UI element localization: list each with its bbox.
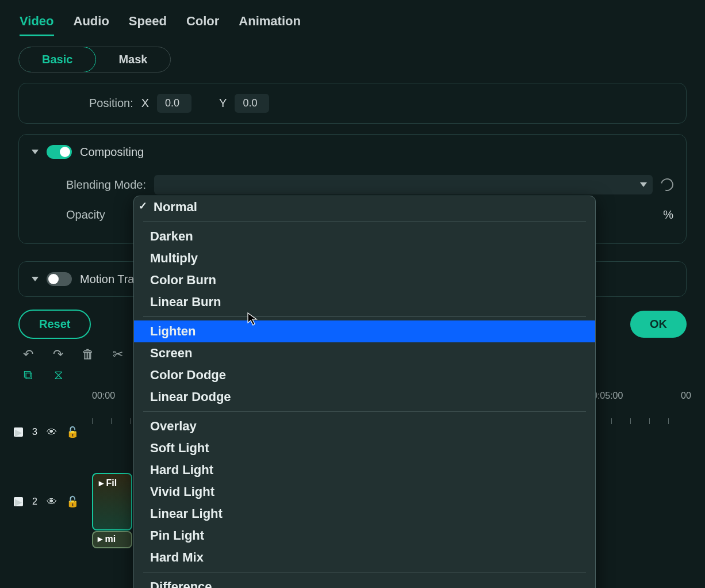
link-icon[interactable]: ⧖ [51, 368, 66, 383]
blend-option-linear-dodge[interactable]: Linear Dodge [134, 386, 595, 408]
blend-option-color-burn[interactable]: Color Burn [134, 269, 595, 291]
ruler-tick-1: 0:05:00 [592, 391, 623, 401]
blend-option-linear-burn[interactable]: Linear Burn [134, 291, 595, 313]
reset-icon[interactable] [658, 176, 676, 193]
tab-speed[interactable]: Speed [129, 14, 167, 36]
video-track-icon: ▶ [14, 427, 23, 437]
scissors-icon[interactable]: ✂ [110, 347, 125, 362]
timeline-clip[interactable]: ▸ mi [92, 531, 132, 548]
visibility-icon[interactable]: 👁 [47, 426, 57, 438]
dropdown-separator [143, 572, 586, 572]
copy-icon[interactable]: ⧉ [21, 368, 36, 383]
blend-option-color-dodge[interactable]: Color Dodge [134, 364, 595, 386]
tab-video[interactable]: Video [20, 14, 54, 36]
clip-label: mi [105, 534, 116, 544]
blend-option-vivid-light[interactable]: Vivid Light [134, 481, 595, 503]
clip-play-icon: ▸ [98, 534, 102, 544]
blending-mode-label: Blending Mode: [66, 178, 146, 192]
blend-option-overlay[interactable]: Overlay [134, 415, 595, 437]
trash-icon[interactable]: 🗑 [81, 347, 95, 362]
subtabs: Basic Mask [18, 47, 171, 72]
ruler-tick-2: 00 [681, 391, 691, 401]
ruler-tick-0: 00:00 [92, 391, 115, 401]
blend-option-multiply[interactable]: Multiply [134, 247, 595, 269]
opacity-unit: % [663, 208, 673, 222]
blend-option-difference[interactable]: Difference [134, 576, 595, 588]
blend-option-screen[interactable]: Screen [134, 342, 595, 364]
compositing-title: Compositing [80, 146, 144, 159]
chevron-down-icon[interactable] [32, 150, 39, 154]
dropdown-separator [143, 222, 586, 222]
position-y-input[interactable]: 0.0 [235, 94, 269, 113]
tab-audio[interactable]: Audio [74, 14, 109, 36]
blend-option-linear-light[interactable]: Linear Light [134, 503, 595, 525]
blend-option-hard-light[interactable]: Hard Light [134, 459, 595, 481]
undo-icon[interactable]: ↶ [21, 347, 36, 362]
blending-mode-dropdown: NormalDarkenMultiplyColor BurnLinear Bur… [133, 196, 596, 588]
redo-icon[interactable]: ↷ [51, 347, 66, 362]
blend-option-darken[interactable]: Darken [134, 226, 595, 247]
reset-button[interactable]: Reset [18, 310, 91, 339]
visibility-icon[interactable]: 👁 [47, 496, 57, 508]
blend-option-lighten[interactable]: Lighten [134, 320, 595, 342]
compositing-toggle[interactable] [47, 145, 72, 159]
subtab-basic[interactable]: Basic [18, 47, 96, 72]
tab-animation[interactable]: Animation [239, 14, 301, 36]
position-x-label: X [141, 97, 149, 110]
blending-mode-select[interactable] [154, 175, 653, 194]
subtab-mask[interactable]: Mask [95, 47, 170, 72]
video-track-icon: ▶ [14, 497, 23, 506]
track-number: 3 [32, 427, 37, 437]
blend-option-pin-light[interactable]: Pin Light [134, 525, 595, 547]
dropdown-separator [143, 411, 586, 412]
position-panel: Position: X 0.0 Y 0.0 [18, 83, 687, 124]
track-number: 2 [32, 497, 37, 507]
position-y-label: Y [219, 97, 227, 110]
blend-option-soft-light[interactable]: Soft Light [134, 437, 595, 459]
blend-option-hard-mix[interactable]: Hard Mix [134, 547, 595, 568]
position-x-input[interactable]: 0.0 [157, 94, 191, 113]
motion-track-toggle[interactable] [47, 272, 72, 286]
cursor-icon [247, 312, 258, 330]
opacity-label: Opacity [66, 208, 105, 222]
clip-label: Fil [106, 478, 117, 488]
lock-icon[interactable]: 🔓 [66, 495, 79, 508]
lock-icon[interactable]: 🔓 [66, 426, 79, 438]
clip-play-icon: ▸ [99, 478, 104, 488]
top-tabs: Video Audio Speed Color Animation [0, 0, 705, 36]
tab-color[interactable]: Color [186, 14, 219, 36]
blend-option-normal[interactable]: Normal [134, 196, 595, 218]
chevron-down-icon[interactable] [32, 277, 39, 281]
dropdown-separator [143, 316, 586, 317]
position-label: Position: [89, 97, 133, 110]
chevron-down-icon [640, 182, 647, 187]
ok-button[interactable]: OK [630, 311, 687, 338]
timeline-clip[interactable]: ▸ Fil [92, 473, 132, 530]
